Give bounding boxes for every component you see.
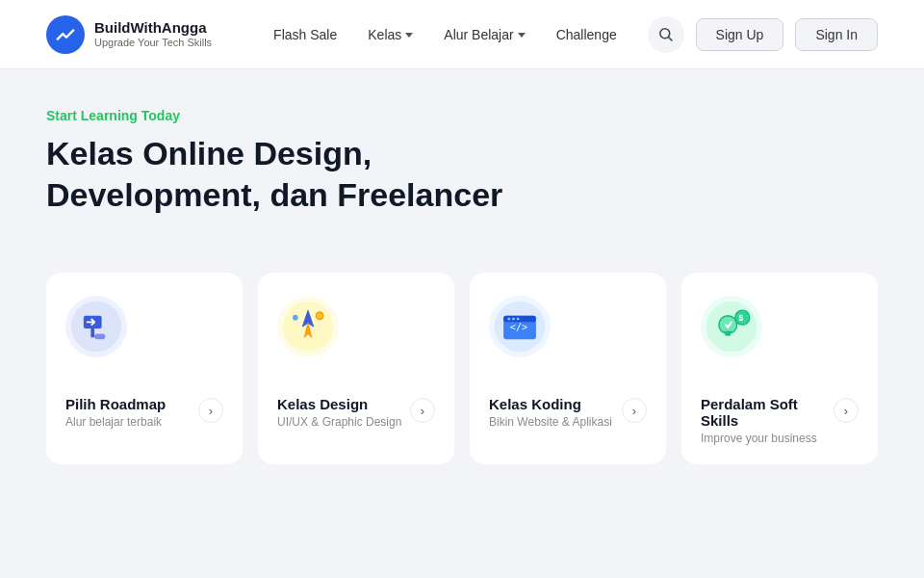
svg-point-10: [293, 315, 298, 321]
hero-title-line1: Kelas Online Design,: [46, 135, 372, 171]
hero-title: Kelas Online Design, Development, dan Fr…: [46, 133, 508, 215]
design-icon: [277, 296, 339, 357]
roadmap-icon: [65, 296, 127, 357]
signin-button[interactable]: Sign In: [795, 18, 878, 51]
card-design[interactable]: Kelas Design UI/UX & Graphic Design ›: [258, 273, 454, 464]
logo-name: BuildWithAngga: [94, 19, 212, 37]
svg-point-9: [316, 312, 323, 320]
svg-text:</>: </>: [510, 321, 528, 332]
card-koding[interactable]: </> Kelas Koding Bikin Website & Aplikas…: [470, 273, 666, 464]
logo[interactable]: BuildWithAngga Upgrade Your Tech Skills: [46, 15, 212, 54]
nav-actions: Sign Up Sign In: [648, 16, 878, 53]
svg-text:$: $: [739, 313, 744, 323]
card-softskills-title: Perdalam Soft Skills: [701, 396, 834, 429]
softskills-icon: $: [701, 296, 762, 357]
svg-point-17: [517, 318, 520, 321]
nav-alur-belajar[interactable]: Alur Belajar: [444, 27, 525, 42]
card-design-desc: UI/UX & Graphic Design: [277, 415, 401, 429]
nav-challenge[interactable]: Challenge: [556, 27, 617, 42]
card-design-arrow[interactable]: ›: [410, 398, 435, 423]
svg-rect-4: [90, 328, 94, 337]
category-cards: Pilih Roadmap Alur belajar terbaik › Kel…: [0, 246, 924, 503]
card-softskills-arrow[interactable]: ›: [834, 398, 859, 423]
logo-icon: [46, 15, 85, 54]
hero-title-line2: Development, dan Freelancer: [46, 176, 502, 213]
card-design-title: Kelas Design: [277, 396, 401, 412]
card-softskills[interactable]: $ Perdalam Soft Skills Improve your busi…: [681, 273, 878, 464]
svg-point-16: [512, 318, 515, 321]
card-softskills-desc: Improve your business: [701, 432, 834, 445]
card-roadmap[interactable]: Pilih Roadmap Alur belajar terbaik ›: [46, 273, 243, 464]
card-koding-title: Kelas Koding: [489, 396, 612, 412]
nav-flash-sale[interactable]: Flash Sale: [273, 27, 337, 42]
hero-section: Start Learning Today Kelas Online Design…: [0, 69, 924, 246]
bottom-section: [0, 503, 924, 578]
nav-links: Flash Sale Kelas Alur Belajar Challenge: [273, 27, 647, 42]
logo-tagline: Upgrade Your Tech Skills: [94, 37, 212, 49]
navbar: BuildWithAngga Upgrade Your Tech Skills …: [0, 0, 924, 69]
card-roadmap-desc: Alur belajar terbaik: [65, 415, 166, 429]
svg-line-1: [669, 38, 672, 40]
koding-icon: </>: [489, 296, 551, 357]
hero-subtitle: Start Learning Today: [46, 108, 878, 123]
card-roadmap-arrow[interactable]: ›: [198, 398, 223, 423]
card-roadmap-title: Pilih Roadmap: [65, 396, 166, 412]
signup-button[interactable]: Sign Up: [696, 18, 784, 51]
card-koding-desc: Bikin Website & Aplikasi: [489, 415, 612, 429]
search-button[interactable]: [648, 16, 684, 53]
search-icon: [657, 26, 674, 42]
svg-rect-5: [94, 334, 105, 340]
card-koding-arrow[interactable]: ›: [622, 398, 647, 423]
nav-kelas[interactable]: Kelas: [368, 27, 413, 42]
chevron-down-icon: [405, 33, 413, 38]
chevron-down-icon: [518, 33, 526, 38]
svg-point-15: [507, 318, 510, 321]
